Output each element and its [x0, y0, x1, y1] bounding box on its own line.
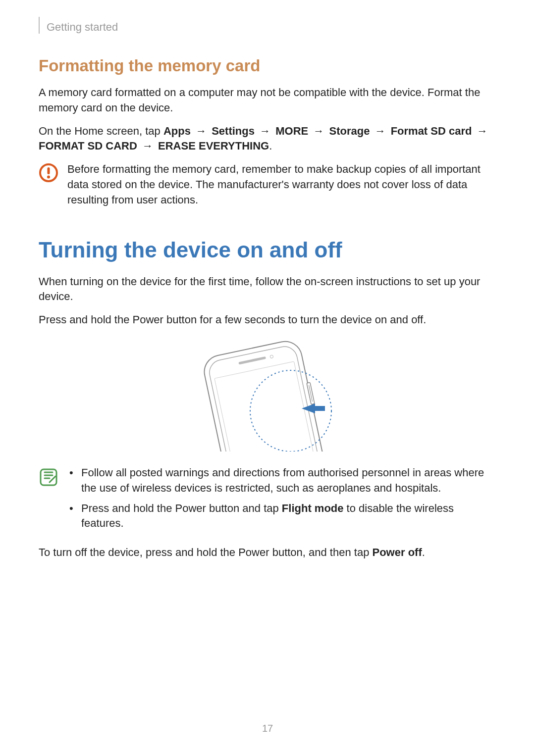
path-step-more: MORE	[275, 125, 308, 137]
section1-path: On the Home screen, tap Apps → Settings …	[39, 124, 490, 154]
warning-text: Before formatting the memory card, remem…	[67, 162, 490, 207]
section-heading-power: Turning the device on and off	[39, 238, 490, 262]
note-icon	[39, 467, 58, 489]
para3-post: .	[422, 546, 425, 558]
arrow-icon: →	[196, 125, 207, 137]
warning-callout: Before formatting the memory card, remem…	[39, 162, 490, 207]
page: Getting started Formatting the memory ca…	[0, 0, 535, 756]
note-bullets: Follow all posted warnings and direction…	[67, 465, 490, 536]
caution-icon	[39, 163, 58, 185]
arrow-icon: →	[313, 125, 324, 137]
note-block: Follow all posted warnings and direction…	[39, 465, 490, 536]
note-bullet-2-pre: Press and hold the Power button and tap	[81, 502, 282, 514]
path-step-format-sd: Format SD card	[391, 125, 472, 137]
note-bullet-2-bold: Flight mode	[282, 502, 344, 514]
section2-para1: When turning on the device for the first…	[39, 274, 490, 305]
chapter-title: Getting started	[47, 21, 118, 34]
period: .	[269, 140, 272, 152]
para3-pre: To turn off the device, press and hold t…	[39, 546, 373, 558]
arrow-icon: →	[142, 140, 153, 152]
chapter-header: Getting started	[39, 17, 490, 34]
note-bullet-2: Press and hold the Power button and tap …	[67, 501, 490, 532]
arrow-icon: →	[260, 125, 270, 137]
page-number: 17	[0, 723, 535, 734]
svg-point-2	[47, 176, 50, 179]
path-step-apps: Apps	[163, 125, 191, 137]
path-step-settings: Settings	[212, 125, 255, 137]
arrow-icon: →	[375, 125, 386, 137]
path-intro: On the Home screen, tap	[39, 125, 163, 137]
section2-para2: Press and hold the Power button for a fe…	[39, 312, 490, 328]
note-bullet-1: Follow all posted warnings and direction…	[67, 465, 490, 496]
arrow-icon: →	[477, 125, 488, 137]
section1-para1: A memory card formatted on a computer ma…	[39, 85, 490, 116]
path-step-erase: ERASE EVERYTHING	[158, 140, 269, 152]
svg-rect-1	[48, 167, 50, 174]
para3-bold: Power off	[373, 546, 422, 558]
path-step-format-sd-caps: FORMAT SD CARD	[39, 140, 137, 152]
section2-para3: To turn off the device, press and hold t…	[39, 545, 490, 560]
section-heading-formatting: Formatting the memory card	[39, 56, 490, 75]
power-button-illustration	[39, 338, 490, 452]
path-step-storage: Storage	[329, 125, 370, 137]
